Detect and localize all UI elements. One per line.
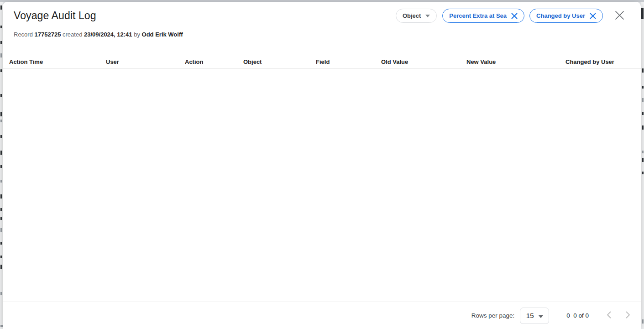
audit-table-empty-body [3,69,641,301]
group-by-object-label: Object [403,12,421,19]
background-text-fragment [0,208,2,211]
background-text-fragment [0,194,2,198]
background-text-fragment [642,98,644,102]
created-by-user: Odd Erik Wolff [142,31,183,38]
remove-filter-icon[interactable] [590,13,596,19]
background-text-fragment [0,5,2,10]
by-label: by [134,31,140,38]
chevron-left-icon [607,311,611,320]
column-header-user: User [106,58,119,65]
background-text-fragment [0,217,2,220]
background-text-fragment [0,242,2,245]
background-text-fragment [642,172,644,174]
background-text-fragment [0,120,2,122]
background-text-fragment [0,26,2,28]
background-text-fragment [642,319,644,324]
rows-per-page-value: 15 [526,312,534,319]
background-text-fragment [0,112,2,116]
close-icon [615,10,624,21]
background-text-fragment [642,68,644,73]
column-header-object: Object [243,58,262,65]
filter-chip-label: Percent Extra at Sea [449,12,507,19]
filter-chip-row: Object Percent Extra at Sea Changed by U… [396,9,626,23]
column-header-old-value: Old Value [381,58,408,65]
background-text-fragment [0,151,2,155]
remove-filter-icon[interactable] [511,13,518,19]
pagination-range: 0–0 of 0 [566,312,589,319]
next-page-button[interactable] [622,309,634,322]
background-page-right-strip [641,2,644,329]
background-text-fragment [0,53,2,57]
background-text-fragment [642,151,644,153]
background-text-fragment [0,180,2,183]
column-header-field: Field [316,58,330,65]
previous-page-button[interactable] [602,309,615,322]
filter-chip-percent-extra-at-sea[interactable]: Percent Extra at Sea [442,9,524,23]
filter-chip-label: Changed by User [536,12,585,19]
column-header-action-time: Action Time [9,58,43,65]
record-label: Record [14,31,33,38]
column-header-action: Action [185,58,203,65]
background-text-fragment [0,265,2,269]
created-label: created [63,31,82,38]
chevron-down-icon [539,312,543,320]
background-text-fragment [642,125,644,130]
chevron-down-icon [425,15,430,17]
page-title: Voyage Audit Log [14,10,96,22]
background-text-fragment [0,228,2,232]
background-text-fragment [642,158,644,162]
background-text-fragment [0,165,2,168]
background-text-fragment [0,135,2,138]
filter-chip-changed-by-user[interactable]: Changed by User [529,9,603,23]
record-summary: Record 17752725 created 23/09/2024, 12:4… [14,31,183,38]
chevron-right-icon [626,311,630,320]
voyage-audit-log-dialog: Voyage Audit Log Record 17752725 created… [3,2,641,329]
background-text-fragment [0,69,2,72]
background-text-fragment [642,86,644,89]
background-text-fragment [0,256,2,258]
created-timestamp: 23/09/2024, 12:41 [84,31,132,38]
record-id: 17752725 [35,31,61,38]
group-by-object-dropdown[interactable]: Object [396,9,437,23]
background-text-fragment [0,94,2,97]
close-button[interactable] [613,9,626,23]
background-text-fragment [0,292,2,295]
audit-table-header: Action Time User Action Object Field Old… [3,54,641,68]
column-header-new-value: New Value [466,58,496,65]
background-text-fragment [0,41,2,44]
column-header-changed-by-user: Changed by User [565,58,614,65]
rows-per-page-label: Rows per page: [471,312,515,319]
pagination-bar: Rows per page: 15 0–0 of 0 [3,302,641,329]
background-text-fragment [642,112,644,115]
background-text-fragment [641,8,644,19]
rows-per-page-select[interactable]: 15 [520,308,549,324]
